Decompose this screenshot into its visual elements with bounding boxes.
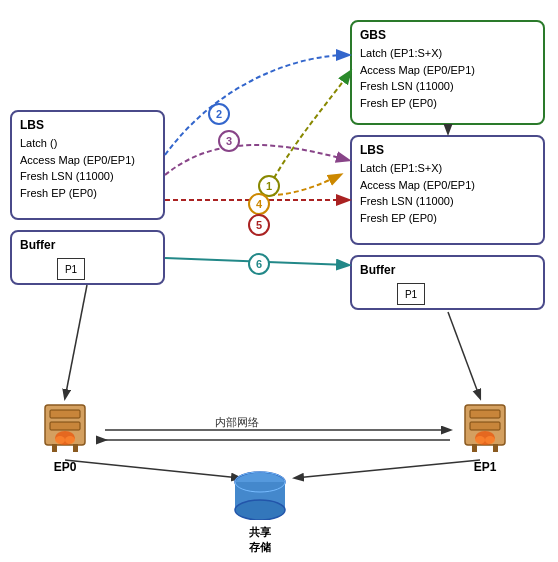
lbs-right-line4: Fresh EP (EP0) xyxy=(360,210,535,227)
svg-rect-21 xyxy=(472,444,477,452)
gbs-right-title: GBS xyxy=(360,28,535,42)
svg-line-1 xyxy=(448,312,480,398)
lbs-right-line1: Latch (EP1:S+X) xyxy=(360,160,535,177)
lbs-left-line1: Latch () xyxy=(20,135,155,152)
svg-rect-16 xyxy=(470,410,500,418)
svg-point-11 xyxy=(55,436,65,444)
step3-circle: 3 xyxy=(218,130,240,152)
buffer-right-box: Buffer P1 xyxy=(350,255,545,310)
step6-circle: 6 xyxy=(248,253,270,275)
lbs-left-title: LBS xyxy=(20,118,155,132)
lbs-left-line4: Fresh EP (EP0) xyxy=(20,185,155,202)
buffer-left-title: Buffer xyxy=(20,238,155,252)
svg-point-19 xyxy=(475,436,485,444)
svg-point-25 xyxy=(235,500,285,520)
gbs-right-line2: Access Map (EP0/EP1) xyxy=(360,62,535,79)
ep1-label: EP1 xyxy=(450,460,520,474)
buffer-left-box: Buffer P1 xyxy=(10,230,165,285)
lbs-left-box: LBS Latch () Access Map (EP0/EP1) Fresh … xyxy=(10,110,165,220)
lbs-right-line2: Access Map (EP0/EP1) xyxy=(360,177,535,194)
p1-left: P1 xyxy=(57,258,85,280)
gbs-right-line3: Fresh LSN (11000) xyxy=(360,78,535,95)
lbs-left-line2: Access Map (EP0/EP1) xyxy=(20,152,155,169)
ep1-server-icon xyxy=(460,400,510,455)
step2-circle: 2 xyxy=(208,103,230,125)
gbs-right-line1: Latch (EP1:S+X) xyxy=(360,45,535,62)
step4-circle: 4 xyxy=(248,193,270,215)
step5-circle: 5 xyxy=(248,214,270,236)
svg-rect-17 xyxy=(470,422,500,430)
p1-right: P1 xyxy=(397,283,425,305)
gbs-right-line4: Fresh EP (EP0) xyxy=(360,95,535,112)
svg-rect-9 xyxy=(50,422,80,430)
svg-point-12 xyxy=(65,436,75,444)
diagram-container: LBS Latch () Access Map (EP0/EP1) Fresh … xyxy=(0,0,558,562)
svg-point-20 xyxy=(485,436,495,444)
buffer-right-title: Buffer xyxy=(360,263,535,277)
svg-rect-14 xyxy=(73,444,78,452)
ep0-server-icon xyxy=(40,400,90,455)
ep0-server: EP0 xyxy=(30,400,100,474)
svg-rect-22 xyxy=(493,444,498,452)
ep0-label: EP0 xyxy=(30,460,100,474)
gbs-right-box: GBS Latch (EP1:S+X) Access Map (EP0/EP1)… xyxy=(350,20,545,125)
lbs-left-line3: Fresh LSN (11000) xyxy=(20,168,155,185)
shared-storage: 共享 存储 xyxy=(220,470,300,555)
svg-rect-13 xyxy=(52,444,57,452)
storage-label: 共享 存储 xyxy=(220,525,300,555)
svg-line-0 xyxy=(65,285,87,398)
lbs-right-title: LBS xyxy=(360,143,535,157)
ep1-server: EP1 xyxy=(450,400,520,474)
storage-icon xyxy=(230,470,290,520)
svg-rect-8 xyxy=(50,410,80,418)
lbs-right-line3: Fresh LSN (11000) xyxy=(360,193,535,210)
lbs-right-box: LBS Latch (EP1:S+X) Access Map (EP0/EP1)… xyxy=(350,135,545,245)
network-label: 内部网络 xyxy=(215,415,259,430)
